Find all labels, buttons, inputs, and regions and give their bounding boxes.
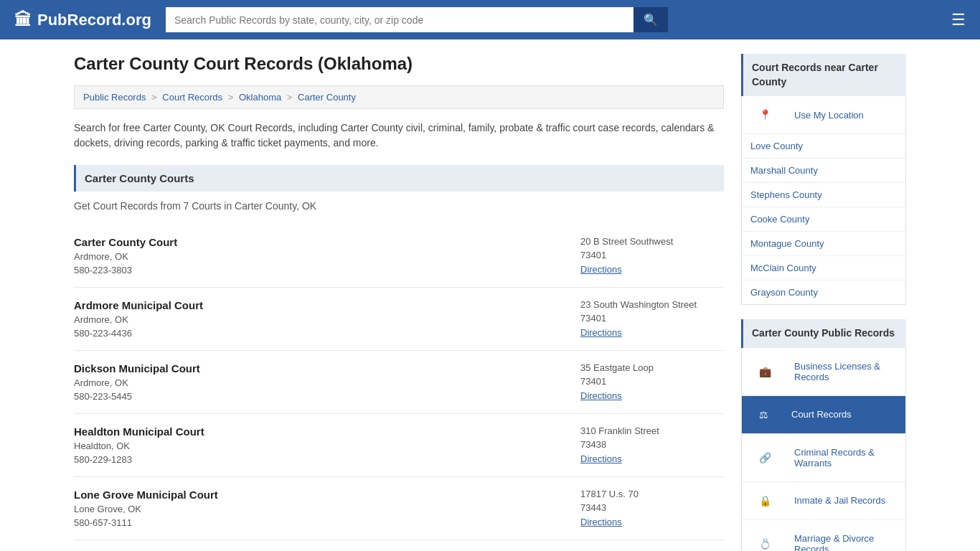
nearby-county-link[interactable]: Marshall County — [742, 159, 905, 182]
court-item: Lone Grove Municipal Court Lone Grove, O… — [74, 477, 724, 540]
court-address: 17817 U.s. 70 — [580, 489, 724, 499]
nearby-county-item: Marshall County — [742, 159, 905, 183]
menu-icon: ☰ — [951, 11, 966, 29]
nearby-county-link[interactable]: Stephens County — [742, 183, 905, 207]
court-name: Healdton Municipal Court — [74, 425, 204, 438]
court-zip: 73401 — [580, 376, 724, 387]
page-title: Carter County Court Records (Oklahoma) — [74, 54, 724, 74]
nearby-county-link[interactable]: Cooke County — [742, 207, 905, 231]
breadcrumb-sep-3: > — [287, 92, 295, 103]
nearby-county-link[interactable]: McClain County — [742, 256, 905, 280]
court-zip: 73401 — [580, 250, 724, 260]
breadcrumb: Public Records > Court Records > Oklahom… — [74, 85, 724, 109]
nearby-county-link[interactable]: Grayson County — [742, 281, 905, 304]
logo-icon: 🏛 — [14, 10, 32, 30]
court-city: Ardmore, OK — [74, 251, 177, 262]
court-right: 23 South Washington Street 73401 Directi… — [580, 299, 724, 339]
content-area: Carter County Court Records (Oklahoma) P… — [74, 54, 724, 551]
court-city: Ardmore, OK — [74, 377, 200, 388]
directions-link[interactable]: Directions — [580, 517, 622, 527]
court-city: Lone Grove, OK — [74, 504, 218, 514]
court-zip: 73401 — [580, 313, 724, 324]
court-city: Healdton, OK — [74, 441, 204, 451]
nearby-county-item: McClain County — [742, 256, 905, 281]
menu-button[interactable]: ☰ — [951, 11, 966, 29]
nearby-section-title: Court Records near Carter County — [741, 54, 906, 96]
breadcrumb-oklahoma[interactable]: Oklahoma — [239, 92, 281, 103]
court-name: Dickson Municipal Court — [74, 362, 200, 375]
court-address: 23 South Washington Street — [580, 299, 724, 310]
court-right: 310 Franklin Street 73438 Directions — [580, 425, 724, 465]
public-records-label: Criminal Records & Warrants — [786, 441, 897, 475]
sidebar: Court Records near Carter County 📍Use My… — [741, 54, 906, 551]
nearby-county-item: Grayson County — [742, 281, 905, 304]
record-type-icon: 🔒 — [750, 489, 780, 513]
breadcrumb-court-records[interactable]: Court Records — [162, 92, 222, 103]
public-records-section-title: Carter County Public Records — [741, 319, 906, 348]
directions-link[interactable]: Directions — [580, 264, 622, 275]
court-item: Ardmore Municipal Court Ardmore, OK 580-… — [74, 288, 724, 351]
court-phone: 580-229-1283 — [74, 454, 204, 465]
court-item: Carter County Court Ardmore, OK 580-223-… — [74, 225, 724, 288]
public-records-label: Inmate & Jail Records — [786, 489, 894, 512]
courts-list: Carter County Court Ardmore, OK 580-223-… — [74, 225, 724, 540]
search-area: 🔍 — [166, 7, 668, 32]
search-button[interactable]: 🔍 — [633, 7, 668, 32]
court-name: Lone Grove Municipal Court — [74, 489, 218, 501]
record-type-icon: 🔗 — [750, 446, 780, 470]
public-records-label: Marriage & Divorce Records — [786, 527, 897, 551]
court-zip: 73438 — [580, 439, 724, 450]
court-right: 17817 U.s. 70 73443 Directions — [580, 489, 724, 528]
court-item: Dickson Municipal Court Ardmore, OK 580-… — [74, 351, 724, 414]
page-description: Search for free Carter County, OK Court … — [74, 121, 724, 151]
public-records-link[interactable]: 💍Marriage & Divorce Records — [742, 520, 905, 551]
search-input[interactable] — [166, 7, 633, 32]
breadcrumb-carter-county[interactable]: Carter County — [298, 92, 356, 103]
directions-link[interactable]: Directions — [580, 327, 622, 338]
main-container: Carter County Court Records (Oklahoma) P… — [60, 39, 920, 551]
courts-section-header: Carter County Courts — [74, 165, 724, 192]
nearby-county-link[interactable]: Montague County — [742, 232, 905, 255]
use-my-location-link[interactable]: 📍Use My Location — [742, 96, 905, 133]
court-address: 20 B Street Southwest — [580, 236, 724, 247]
nearby-county-link[interactable]: Love County — [742, 134, 905, 158]
court-right: 35 Eastgate Loop 73401 Directions — [580, 362, 724, 402]
public-records-label: Business Licenses & Records — [786, 354, 897, 389]
site-logo[interactable]: 🏛 PubRecord.org — [14, 10, 151, 30]
court-phone: 580-223-3803 — [74, 265, 177, 276]
nearby-county-item: Cooke County — [742, 207, 905, 232]
public-records-link[interactable]: 🔒Inmate & Jail Records — [742, 482, 905, 519]
court-phone: 580-223-4436 — [74, 328, 203, 339]
directions-link[interactable]: Directions — [580, 453, 622, 464]
public-records-item: 🔒Inmate & Jail Records — [742, 482, 905, 520]
court-left: Carter County Court Ardmore, OK 580-223-… — [74, 236, 177, 276]
court-zip: 73443 — [580, 502, 724, 513]
site-header: 🏛 PubRecord.org 🔍 ☰ — [0, 0, 980, 39]
breadcrumb-sep-2: > — [228, 92, 236, 103]
court-name: Carter County Court — [74, 236, 177, 248]
nearby-counties-list: 📍Use My LocationLove CountyMarshall Coun… — [741, 96, 906, 305]
record-type-icon: 💼 — [750, 359, 780, 384]
public-records-link[interactable]: 💼Business Licenses & Records — [742, 348, 905, 395]
nearby-county-item: Stephens County — [742, 183, 905, 207]
breadcrumb-public-records[interactable]: Public Records — [83, 92, 146, 103]
court-item: Healdton Municipal Court Healdton, OK 58… — [74, 414, 724, 477]
public-records-link[interactable]: 🔗Criminal Records & Warrants — [742, 434, 905, 481]
directions-link[interactable]: Directions — [580, 390, 622, 401]
public-records-item: 💍Marriage & Divorce Records — [742, 520, 905, 551]
public-records-label: Court Records — [783, 402, 860, 426]
court-city: Ardmore, OK — [74, 314, 203, 325]
public-records-link[interactable]: ⚖Court Records — [742, 396, 905, 433]
record-type-icon: ⚖ — [750, 402, 777, 427]
search-icon: 🔍 — [644, 14, 658, 26]
court-address: 35 Eastgate Loop — [580, 362, 724, 373]
court-left: Dickson Municipal Court Ardmore, OK 580-… — [74, 362, 200, 402]
court-left: Healdton Municipal Court Healdton, OK 58… — [74, 425, 204, 465]
public-records-item: 🔗Criminal Records & Warrants — [742, 434, 905, 482]
breadcrumb-sep-1: > — [151, 92, 159, 103]
court-address: 310 Franklin Street — [580, 425, 724, 436]
nearby-county-item: Montague County — [742, 232, 905, 256]
court-right: 20 B Street Southwest 73401 Directions — [580, 236, 724, 276]
nearby-county-item: Love County — [742, 134, 905, 159]
public-records-list: 💼Business Licenses & Records⚖Court Recor… — [741, 348, 906, 551]
